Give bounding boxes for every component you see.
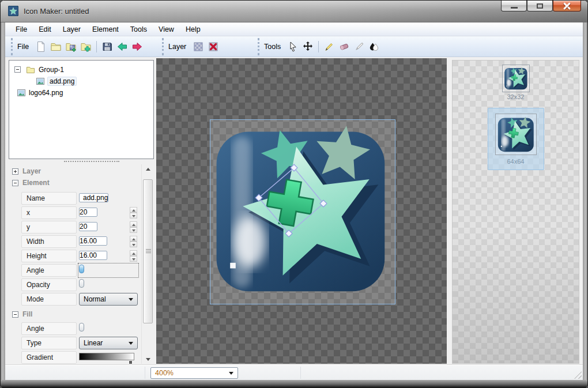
scroll-up-button[interactable] [143, 164, 153, 174]
pencil-tool-button[interactable] [322, 39, 337, 54]
layer-tree[interactable]: Group-1 add.png [9, 60, 154, 159]
move-tool-button[interactable] [300, 39, 315, 54]
caption-buttons [501, 1, 581, 12]
y-label: y [21, 221, 77, 233]
menu-view[interactable]: View [153, 24, 180, 35]
height-spinner[interactable] [130, 250, 137, 262]
y-input[interactable]: 20 [79, 222, 97, 231]
tree-item-group[interactable]: Group-1 [9, 64, 153, 76]
spin-up-icon[interactable] [130, 236, 137, 242]
add-group-button[interactable] [78, 39, 93, 54]
preview-panel: 32x32 64x64 [452, 60, 579, 364]
name-input[interactable]: add.png [79, 193, 108, 202]
import-image-icon [65, 41, 77, 52]
menu-layer[interactable]: Layer [57, 24, 86, 35]
y-spinner[interactable] [130, 221, 137, 233]
preview-64-selected[interactable]: 64x64 [488, 108, 544, 170]
minimize-icon [511, 7, 518, 9]
menu-help[interactable]: Help [180, 24, 206, 35]
ink-drops-icon [368, 41, 380, 52]
toolbar-separator [318, 41, 319, 52]
mode-select[interactable]: Normal [79, 293, 138, 306]
preview-32-frame[interactable] [502, 65, 530, 92]
menubar: File Edit Layer Element Tools View Help [5, 22, 583, 36]
zoom-combobox[interactable]: 400% [150, 367, 238, 379]
expand-icon[interactable] [12, 168, 18, 175]
scroll-down-button[interactable] [143, 355, 153, 364]
delete-layer-icon [208, 41, 219, 52]
collapse-expander-icon[interactable] [14, 66, 21, 73]
fill-type-select[interactable]: Linear [79, 337, 138, 349]
menu-edit[interactable]: Edit [33, 24, 57, 35]
x-spinner[interactable] [130, 207, 137, 219]
preview-32[interactable]: 32x32 [502, 65, 530, 100]
section-element[interactable]: Element [12, 178, 50, 187]
import-button[interactable] [115, 39, 130, 54]
section-element-label: Element [22, 179, 50, 187]
width-spinner[interactable] [130, 236, 137, 247]
chevron-down-icon [129, 298, 133, 301]
gradient-stop-marker[interactable] [129, 360, 133, 364]
menu-element[interactable]: Element [86, 24, 125, 35]
width-input[interactable]: 16.00 [79, 236, 107, 246]
prop-row-name: Name add.png [21, 192, 138, 205]
titlebar[interactable]: Icon Maker: untitled [1, 1, 587, 22]
tree-props-splitter[interactable] [9, 159, 154, 164]
spin-up-icon[interactable] [130, 250, 137, 256]
new-file-icon [35, 41, 47, 52]
new-file-button[interactable] [33, 39, 48, 54]
slider-thumb[interactable] [79, 279, 84, 288]
collapse-icon[interactable] [12, 311, 18, 318]
spin-up-icon[interactable] [130, 207, 137, 213]
import-image-button[interactable] [63, 39, 78, 54]
new-layer-button[interactable] [191, 39, 206, 54]
menu-file[interactable]: File [10, 24, 33, 35]
collapse-icon[interactable] [12, 180, 18, 186]
minimize-button[interactable] [501, 1, 527, 12]
spin-down-icon[interactable] [130, 242, 137, 247]
tree-item-logo64[interactable]: logo64.png [9, 87, 153, 99]
toolbar-group-tools: Tools [258, 38, 382, 55]
export-button[interactable] [130, 39, 145, 54]
close-button[interactable] [553, 1, 581, 12]
slider-thumb[interactable] [79, 265, 84, 273]
menu-tools[interactable]: Tools [125, 24, 153, 35]
canvas[interactable] [156, 58, 447, 364]
fill-tool-button[interactable] [367, 39, 382, 54]
delete-layer-button[interactable] [206, 39, 221, 54]
resize-grip-icon[interactable] [574, 371, 582, 379]
toolbar-group-layer: Layer [162, 38, 221, 55]
scrollbar-thumb[interactable] [143, 179, 153, 323]
section-fill[interactable]: Fill [12, 310, 32, 319]
props-scrollbar[interactable] [141, 164, 154, 364]
save-button[interactable] [100, 39, 115, 54]
toolbar-separator [96, 41, 97, 52]
close-icon [563, 3, 571, 9]
height-input[interactable]: 16.00 [79, 251, 107, 260]
toolbar-layer-label: Layer [168, 43, 186, 51]
open-folder-button[interactable] [48, 39, 63, 54]
preview-32-label: 32x32 [507, 93, 525, 100]
move-icon [302, 41, 314, 52]
spin-down-icon[interactable] [130, 213, 137, 219]
arrow-up-icon [146, 168, 150, 171]
preview-32-image [504, 66, 528, 91]
x-input[interactable]: 20 [79, 208, 97, 217]
eraser-icon [338, 41, 350, 52]
maximize-icon [537, 3, 543, 9]
spin-down-icon[interactable] [130, 256, 137, 262]
select-tool-button[interactable] [285, 39, 300, 54]
slider-thumb[interactable] [79, 323, 84, 332]
eyedropper-tool-button[interactable] [352, 39, 367, 54]
section-layer[interactable]: Layer [12, 167, 41, 176]
eraser-tool-button[interactable] [337, 39, 352, 54]
maximize-button[interactable] [527, 1, 553, 12]
spin-down-icon[interactable] [130, 227, 137, 233]
arrow-right-icon [131, 41, 143, 52]
gradient-bar[interactable] [79, 353, 134, 360]
tree-item-label: Group-1 [39, 66, 64, 74]
preview-64-frame[interactable] [495, 114, 537, 155]
spin-up-icon[interactable] [130, 221, 137, 227]
prop-row-x: x 20 [21, 206, 138, 219]
tree-item-addpng[interactable]: add.png [9, 76, 153, 87]
